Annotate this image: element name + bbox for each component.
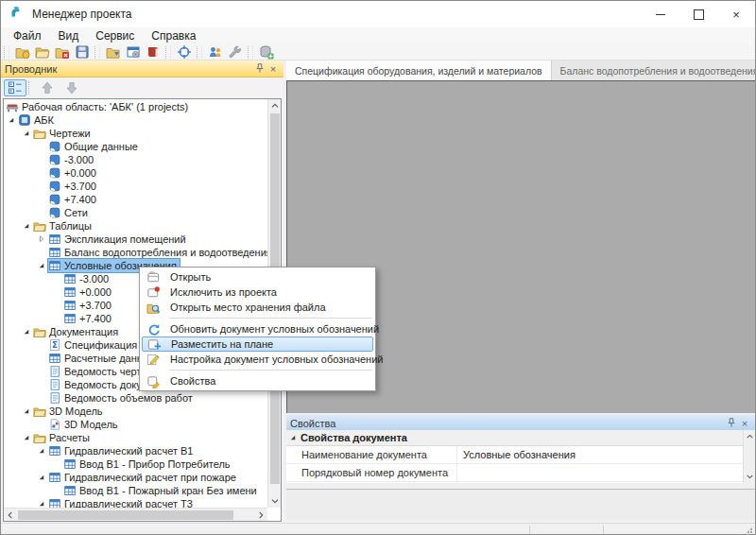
tree-item[interactable]: Гидравлический расчет Т3 <box>36 497 267 508</box>
close-project-button[interactable] <box>52 44 72 60</box>
expander-icon[interactable] <box>36 233 48 246</box>
tree-item[interactable]: +7.400 <box>36 193 267 206</box>
context-menu-item[interactable]: Свойства <box>142 373 373 388</box>
drawing-icon <box>48 180 62 193</box>
tree-item[interactable]: Общие данные <box>36 140 267 153</box>
maximize-button[interactable] <box>679 1 717 27</box>
save-project-button[interactable] <box>72 44 92 60</box>
tree-item-content: Таблицы <box>33 219 94 233</box>
tree-item[interactable]: Ведомость объемов работ <box>36 391 267 405</box>
tree-item[interactable]: +3.700 <box>36 180 267 193</box>
expander-icon[interactable] <box>21 127 33 140</box>
expander-slot <box>36 352 48 365</box>
library-button[interactable] <box>143 44 163 60</box>
scroll-right-icon[interactable] <box>254 509 267 522</box>
project-manager-window: Менеджер проекта × ФайлВидСервисСправка … <box>0 0 756 535</box>
minimize-button[interactable] <box>642 1 679 27</box>
document-tab[interactable]: Спецификация оборудования, изделий и мат… <box>286 60 552 80</box>
property-row[interactable]: Наименование документаУсловные обозначен… <box>286 446 755 464</box>
close-panel-icon[interactable]: × <box>266 62 280 76</box>
tree-item-label: Документация <box>47 326 118 337</box>
move-down-button[interactable] <box>60 79 83 96</box>
tools-button[interactable] <box>225 44 245 60</box>
pin-icon[interactable] <box>725 417 738 430</box>
tree-item[interactable]: Баланс водопотребления и водоотведения <box>36 246 267 259</box>
drawing-icon <box>48 206 62 219</box>
users-button[interactable] <box>205 44 225 60</box>
expander-icon[interactable] <box>21 431 33 444</box>
property-value[interactable] <box>457 482 755 483</box>
property-row[interactable]: Порядковый номер документа <box>286 464 755 482</box>
expander-icon[interactable] <box>21 325 33 338</box>
resize-grip[interactable] <box>745 526 753 534</box>
tree-item[interactable]: Расчеты <box>21 431 267 444</box>
tree-item[interactable]: Таблицы <box>21 219 267 233</box>
context-menu-item[interactable]: Открыть место хранения файла <box>142 300 373 315</box>
close-panel-icon[interactable]: × <box>738 417 751 430</box>
property-value[interactable] <box>457 464 755 481</box>
context-menu-item[interactable]: Открыть <box>142 269 373 285</box>
expander-icon[interactable] <box>36 259 48 272</box>
tree-item-content: +3.700 <box>63 299 114 312</box>
expander-icon[interactable] <box>36 444 48 457</box>
context-menu-item[interactable]: Обновить документ условных обозначений <box>142 321 373 337</box>
menubar-item[interactable]: Справка <box>143 28 204 43</box>
expander-icon[interactable] <box>286 431 301 444</box>
properties-icon <box>146 374 162 388</box>
scroll-up-icon[interactable] <box>744 430 755 443</box>
tree-item[interactable]: Ввод В1 - Пожарный кран Без имени <box>51 484 267 497</box>
app-icon <box>9 6 26 23</box>
scrollbar-thumb[interactable] <box>18 510 233 520</box>
expander-slot <box>51 272 63 285</box>
property-value[interactable]: Условные обозначения <box>457 446 755 463</box>
scroll-down-icon[interactable] <box>268 494 282 508</box>
document-tab[interactable]: Баланс водопотребления и водоотведения <box>552 60 756 80</box>
database-add-button[interactable] <box>256 44 276 60</box>
menubar-item[interactable]: Вид <box>50 28 88 43</box>
tree-item[interactable]: +0.000 <box>36 166 267 180</box>
tree-horizontal-scrollbar[interactable] <box>4 508 267 521</box>
tree-item[interactable]: -3.000 <box>36 153 267 166</box>
properties-group-row[interactable]: Свойства документа <box>286 430 755 446</box>
scroll-left-icon[interactable] <box>4 509 17 522</box>
tree-item[interactable]: Рабочая область: 'АБК' (1 projects) <box>6 100 267 113</box>
properties-grid: Свойства документаНаименование документа… <box>286 430 755 483</box>
open-project-button[interactable] <box>32 44 52 60</box>
menubar-item[interactable]: Сервис <box>87 28 143 43</box>
pin-icon[interactable] <box>253 62 266 76</box>
snap-target-button[interactable] <box>174 44 194 60</box>
properties-scrollbar[interactable] <box>743 430 755 483</box>
expander-icon[interactable] <box>36 497 48 508</box>
new-project-button[interactable] <box>12 44 32 60</box>
expander-icon[interactable] <box>21 405 33 418</box>
expander-icon[interactable] <box>36 471 48 484</box>
tree-item[interactable]: Ввод В1 - Прибор Потребитель <box>51 457 267 471</box>
scroll-up-icon[interactable] <box>268 99 282 112</box>
property-row[interactable]: Об <box>286 482 755 483</box>
tree-item[interactable]: Чертежи <box>21 127 267 140</box>
expander-icon[interactable] <box>21 219 33 233</box>
move-up-button[interactable] <box>36 79 59 96</box>
tree-item[interactable]: 3D Модель <box>21 405 267 418</box>
status-bar <box>1 523 755 535</box>
context-menu-item[interactable]: Исключить из проекта <box>142 285 373 300</box>
tree-view-button[interactable] <box>4 79 26 96</box>
tree-item[interactable]: Сети <box>36 206 267 219</box>
expander-icon[interactable] <box>6 113 18 127</box>
scroll-down-icon[interactable] <box>744 470 755 483</box>
tree-item[interactable]: Гидравлический расчет В1 <box>36 444 267 457</box>
workspace-icon <box>6 100 20 113</box>
menubar-item[interactable]: Файл <box>5 28 50 43</box>
add-document-button[interactable] <box>103 44 123 60</box>
close-button[interactable]: × <box>717 1 755 27</box>
tree-item[interactable]: Гидравлический расчет при пожаре <box>36 471 267 484</box>
tree-item-content: +0.000 <box>48 166 99 180</box>
context-menu-item[interactable]: Разместить на плане <box>142 337 373 352</box>
tree-item[interactable]: АБК <box>6 113 267 127</box>
exclude-doc-icon <box>146 285 162 299</box>
project-settings-button[interactable] <box>123 44 143 60</box>
tree-item[interactable]: Экспликация помещений <box>36 233 267 246</box>
context-menu-item[interactable]: Настройка документ условных обозначений <box>142 352 373 367</box>
status-separator <box>603 526 604 534</box>
tree-item[interactable]: 3D Модель <box>36 418 267 431</box>
